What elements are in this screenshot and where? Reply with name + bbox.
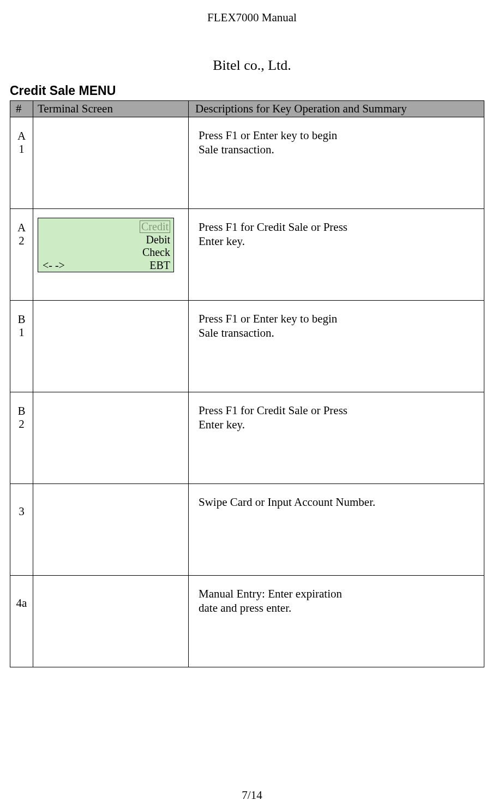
num-letter: B: [10, 404, 33, 417]
desc-line: Swipe Card or Input Account Number.: [199, 495, 375, 509]
desc-line: Press F1 or Enter key to begin: [199, 129, 337, 142]
num-digit: 2: [10, 234, 33, 247]
header-desc: Descriptions for Key Operation and Summa…: [189, 101, 484, 117]
num-digit: 1: [10, 142, 33, 156]
desc-line: Sale transaction.: [199, 143, 274, 156]
num-letter: A: [10, 129, 33, 142]
row-num: 4a: [10, 576, 33, 667]
terminal-line: Debit: [43, 234, 170, 247]
table-row: 4a Manual Entry: Enter expiration date a…: [10, 576, 484, 667]
terminal-cell: [33, 484, 189, 576]
header-num: #: [10, 101, 33, 117]
desc-line: Press F1 or Enter key to begin: [199, 312, 337, 325]
section-title: Credit Sale MENU: [10, 83, 494, 98]
desc-cell: Swipe Card or Input Account Number.: [189, 484, 484, 576]
table-header-row: # Terminal Screen Descriptions for Key O…: [10, 101, 484, 117]
desc-cell: Press F1 for Credit Sale or Press Enter …: [189, 392, 484, 484]
table-row: B 1 Press F1 or Enter key to begin Sale …: [10, 301, 484, 392]
terminal-cell: [33, 392, 189, 484]
credit-sale-table: # Terminal Screen Descriptions for Key O…: [10, 100, 484, 667]
terminal-cell: [33, 576, 189, 667]
desc-line: Press F1 for Credit Sale or Press: [199, 220, 347, 234]
terminal-cell: Credit Debit Check <- -> EBT: [33, 209, 189, 301]
page-number: 7/14: [0, 789, 504, 802]
row-num: B 1: [10, 301, 33, 392]
credit-selected: Credit: [140, 220, 170, 233]
desc-line: Press F1 for Credit Sale or Press: [199, 404, 347, 417]
header-terminal: Terminal Screen: [33, 101, 189, 117]
num-digit: 1: [10, 326, 33, 339]
table-row: A 1 Press F1 or Enter key to begin Sale …: [10, 117, 484, 209]
terminal-nav-line: <- -> EBT: [43, 259, 170, 272]
terminal-screen: Credit Debit Check <- -> EBT: [38, 218, 174, 272]
num-letter: A: [10, 221, 33, 234]
table-row: B 2 Press F1 for Credit Sale or Press En…: [10, 392, 484, 484]
row-num: 3: [10, 484, 33, 576]
desc-line: Enter key.: [199, 235, 245, 248]
desc-cell: Press F1 for Credit Sale or Press Enter …: [189, 209, 484, 301]
company-name: Bitel co., Ltd.: [10, 57, 494, 74]
terminal-cell: [33, 301, 189, 392]
num-digit: 4a: [10, 596, 33, 610]
desc-line: Enter key.: [199, 418, 245, 431]
table-row: 3 Swipe Card or Input Account Number.: [10, 484, 484, 576]
table-row: A 2 Credit Debit Check <- -> EBT Pr: [10, 209, 484, 301]
nav-arrows: <- ->: [43, 259, 65, 272]
terminal-cell: [33, 117, 189, 209]
terminal-line: Check: [43, 246, 170, 259]
desc-line: date and press enter.: [199, 601, 291, 614]
num-letter: B: [10, 313, 33, 326]
num-digit: 2: [10, 417, 33, 431]
terminal-line: Credit: [43, 220, 170, 234]
desc-line: Manual Entry: Enter expiration: [199, 587, 342, 600]
row-num: A 1: [10, 117, 33, 209]
row-num: B 2: [10, 392, 33, 484]
row-num: A 2: [10, 209, 33, 301]
doc-header: FLEX7000 Manual: [10, 11, 494, 25]
num-digit: 3: [10, 505, 33, 518]
terminal-line: EBT: [149, 259, 170, 272]
desc-cell: Press F1 or Enter key to begin Sale tran…: [189, 117, 484, 209]
desc-cell: Press F1 or Enter key to begin Sale tran…: [189, 301, 484, 392]
desc-cell: Manual Entry: Enter expiration date and …: [189, 576, 484, 667]
desc-line: Sale transaction.: [199, 326, 274, 339]
